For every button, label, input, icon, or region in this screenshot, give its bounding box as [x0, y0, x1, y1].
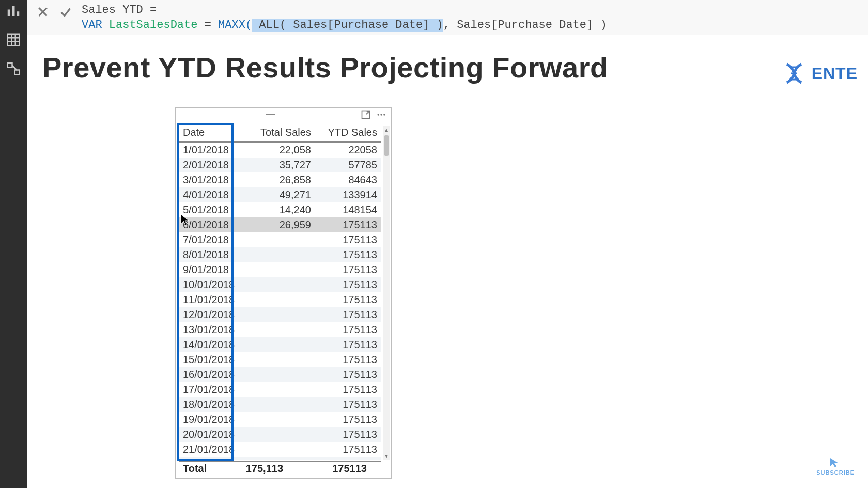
data-table[interactable]: Date Total Sales YTD Sales 1/01/201822,0… — [179, 125, 381, 460]
drag-handle-icon[interactable] — [260, 114, 281, 118]
commit-formula-icon[interactable] — [59, 5, 72, 19]
cell-date: 3/01/2018 — [179, 172, 247, 187]
table-row[interactable]: 8/01/2018175113 — [179, 247, 381, 262]
cell-total-sales — [247, 247, 315, 262]
table-row[interactable]: 16/01/2018175113 — [179, 367, 381, 382]
cell-date: 19/01/2018 — [179, 412, 247, 427]
totals-row: Total 175,113 175113 — [179, 461, 381, 475]
cell-ytd-sales: 133914 — [315, 187, 381, 202]
scroll-thumb[interactable] — [384, 135, 389, 156]
cancel-formula-icon[interactable] — [36, 5, 50, 19]
table-row[interactable]: 3/01/201826,85884643 — [179, 172, 381, 187]
table-row[interactable]: 13/01/2018175113 — [179, 322, 381, 337]
table-row[interactable]: 1/01/201822,05822058 — [179, 142, 381, 158]
table-row[interactable]: 9/01/2018175113 — [179, 262, 381, 277]
focus-mode-icon[interactable] — [361, 109, 371, 122]
table-row[interactable]: 2/01/201835,72757785 — [179, 158, 381, 172]
cell-total-sales — [247, 382, 315, 397]
report-view-icon[interactable] — [6, 3, 21, 21]
cell-total-sales — [247, 442, 315, 457]
scroll-up-arrow-icon[interactable]: ▴ — [383, 126, 390, 133]
cell-date: 12/01/2018 — [179, 307, 247, 322]
cell-ytd-sales: 175113 — [315, 337, 381, 352]
cell-date: 4/01/2018 — [179, 187, 247, 202]
table-row[interactable]: 10/01/2018175113 — [179, 277, 381, 292]
svg-rect-3 — [8, 34, 20, 46]
cell-date: 11/01/2018 — [179, 292, 247, 307]
data-view-icon[interactable] — [6, 32, 21, 50]
cell-ytd-sales: 175113 — [315, 367, 381, 382]
svg-rect-8 — [8, 63, 12, 68]
cell-ytd-sales: 84643 — [315, 172, 381, 187]
cell-total-sales — [247, 367, 315, 382]
subscribe-badge[interactable]: SUBSCRIBE — [816, 457, 855, 476]
table-row[interactable]: 19/01/2018175113 — [179, 412, 381, 427]
cell-ytd-sales: 175113 — [315, 382, 381, 397]
cell-ytd-sales: 175113 — [315, 412, 381, 427]
cell-total-sales — [247, 412, 315, 427]
cell-ytd-sales: 148154 — [315, 202, 381, 217]
report-canvas[interactable]: Prevent YTD Results Projecting Forward E… — [27, 35, 868, 488]
svg-point-20 — [383, 114, 385, 115]
table-row[interactable]: 21/01/2018175113 — [179, 442, 381, 457]
cell-date: 10/01/2018 — [179, 277, 247, 292]
totals-total-sales: 175,113 — [230, 463, 287, 475]
table-row[interactable]: 18/01/2018175113 — [179, 397, 381, 412]
totals-label: Total — [179, 463, 230, 475]
cell-date: 16/01/2018 — [179, 367, 247, 382]
cell-date: 17/01/2018 — [179, 382, 247, 397]
cell-date: 13/01/2018 — [179, 322, 247, 337]
cell-date: 5/01/2018 — [179, 202, 247, 217]
svg-line-10 — [12, 66, 17, 70]
table-row[interactable]: 4/01/201849,271133914 — [179, 187, 381, 202]
cell-date: 21/01/2018 — [179, 442, 247, 457]
svg-rect-0 — [8, 10, 10, 17]
formula-selection: ALL( Sales[Purchase Date] ) — [252, 19, 443, 32]
formula-editor[interactable]: Sales YTD = VAR LastSalesDate = MAXX( AL… — [82, 0, 607, 33]
table-visual[interactable]: Date Total Sales YTD Sales 1/01/201822,0… — [175, 107, 392, 479]
scroll-down-arrow-icon[interactable]: ▾ — [383, 452, 390, 460]
cell-ytd-sales: 57785 — [315, 158, 381, 172]
cell-date: 8/01/2018 — [179, 247, 247, 262]
cell-date: 18/01/2018 — [179, 397, 247, 412]
model-view-icon[interactable] — [6, 61, 21, 78]
svg-rect-1 — [12, 6, 15, 16]
col-header-ytd[interactable]: YTD Sales — [315, 125, 381, 142]
vertical-scrollbar[interactable]: ▴ ▾ — [383, 126, 390, 460]
table-row[interactable]: 17/01/2018175113 — [179, 382, 381, 397]
cell-total-sales — [247, 262, 315, 277]
col-header-date[interactable]: Date — [179, 125, 247, 142]
cell-date: 9/01/2018 — [179, 262, 247, 277]
formula-bar[interactable]: Sales YTD = VAR LastSalesDate = MAXX( AL… — [27, 0, 868, 35]
col-header-total[interactable]: Total Sales — [247, 125, 315, 142]
svg-rect-2 — [17, 11, 19, 16]
table-header-row[interactable]: Date Total Sales YTD Sales — [179, 125, 381, 142]
formula-variable: LastSalesDate — [109, 19, 198, 32]
table-row[interactable]: 14/01/2018175113 — [179, 337, 381, 352]
table-row[interactable]: 7/01/2018175113 — [179, 232, 381, 247]
left-nav-rail — [0, 0, 27, 488]
subscribe-cursor-icon — [828, 457, 843, 468]
more-options-icon[interactable] — [376, 109, 386, 122]
table-row[interactable]: 11/01/2018175113 — [179, 292, 381, 307]
table-row[interactable]: 20/01/2018175113 — [179, 427, 381, 442]
cell-total-sales — [247, 322, 315, 337]
cell-date: 2/01/2018 — [179, 158, 247, 172]
table-row[interactable]: 15/01/2018175113 — [179, 352, 381, 367]
cell-ytd-sales: 175113 — [315, 232, 381, 247]
svg-rect-9 — [15, 70, 20, 75]
cell-total-sales: 22,058 — [247, 142, 315, 158]
cell-ytd-sales: 175113 — [315, 307, 381, 322]
page-title: Prevent YTD Results Projecting Forward — [42, 51, 608, 84]
cell-total-sales: 14,240 — [247, 202, 315, 217]
table-row[interactable]: 12/01/2018175113 — [179, 307, 381, 322]
cell-ytd-sales: 175113 — [315, 442, 381, 457]
cell-total-sales — [247, 307, 315, 322]
cell-date: 20/01/2018 — [179, 427, 247, 442]
svg-point-18 — [378, 114, 379, 115]
table-row[interactable]: 5/01/201814,240148154 — [179, 202, 381, 217]
cell-ytd-sales: 175113 — [315, 217, 381, 232]
table-row[interactable]: 6/01/201826,959175113 — [179, 217, 381, 232]
cell-total-sales — [247, 337, 315, 352]
table-row[interactable]: 22/01/2018175113 — [179, 457, 381, 460]
